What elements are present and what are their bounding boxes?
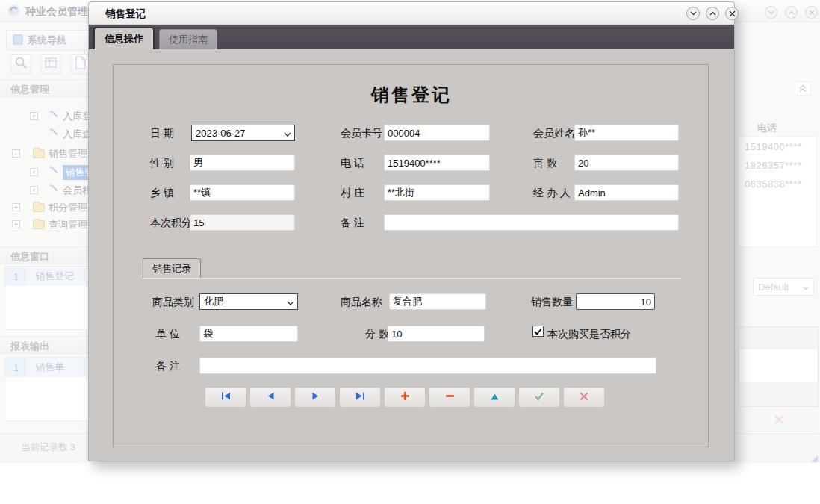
main-minimize-button[interactable] — [765, 6, 777, 19]
points-checkbox[interactable] — [532, 326, 544, 337]
nav-prior-button[interactable] — [249, 387, 291, 408]
record-remark-label: 备 注 — [156, 360, 180, 373]
folder-icon — [33, 220, 45, 229]
system-navigation-icon — [13, 34, 23, 47]
tree-toggle[interactable]: + — [12, 203, 20, 211]
chevron-down-icon — [287, 296, 294, 308]
village-input[interactable] — [384, 184, 490, 201]
list-item[interactable]: 1 销售登记 — [5, 267, 93, 286]
unit-input[interactable] — [199, 326, 298, 342]
panel-close-button[interactable] — [742, 409, 816, 432]
search-tool-button[interactable] — [10, 54, 31, 75]
tree-item-sales-management[interactable]: 销售管理 — [33, 146, 87, 162]
town-input[interactable] — [190, 184, 295, 201]
phone-list-item[interactable]: 1519400**** — [739, 137, 816, 156]
nav-edit-button[interactable] — [473, 387, 515, 408]
dialog-tabstrip: 信息操作 使用指南 — [89, 25, 734, 49]
nav-insert-button[interactable] — [384, 387, 426, 408]
phone-input[interactable] — [384, 155, 490, 171]
list-tool-button[interactable] — [40, 54, 61, 75]
phone-list: 1519400**** 1826357**** 0635838**** — [738, 137, 817, 247]
main-maximize-button[interactable] — [785, 6, 798, 19]
category-select[interactable]: 化肥 — [199, 293, 298, 310]
tab-sales-record[interactable]: 销售记录 — [143, 258, 201, 279]
nav-first-button[interactable] — [205, 387, 246, 408]
gender-input[interactable] — [190, 155, 295, 171]
nav-post-button[interactable] — [518, 387, 560, 408]
tree-toggle[interactable]: + — [30, 186, 38, 194]
tree-item-label: 查询管理 — [49, 218, 87, 231]
operator-input[interactable] — [574, 184, 679, 201]
phone-list-item[interactable]: 1826357**** — [739, 156, 816, 175]
tree-item-points-management[interactable]: 积分管理 — [33, 199, 87, 216]
list-item[interactable]: 1 销售单 — [5, 358, 93, 377]
nav-cancel-button[interactable] — [563, 387, 605, 408]
member-card-input[interactable] — [384, 125, 490, 141]
member-name-input[interactable] — [574, 125, 679, 141]
dialog-minimize-button[interactable] — [686, 7, 700, 20]
quantity-input[interactable] — [576, 293, 655, 310]
mu-area-input[interactable] — [574, 155, 679, 171]
tree-item-query-management[interactable]: 查询管理 — [33, 217, 87, 233]
folder-icon — [33, 149, 45, 158]
first-record-icon — [220, 391, 232, 403]
wand-icon — [49, 186, 59, 196]
resize-grip[interactable] — [811, 455, 818, 462]
points-input[interactable] — [190, 214, 295, 231]
nav-next-button[interactable] — [294, 387, 336, 408]
record-remark-input[interactable] — [199, 358, 656, 374]
folder-icon — [33, 203, 45, 212]
tree-item-label: 积分管理 — [49, 201, 87, 214]
remark-input[interactable] — [384, 214, 679, 231]
points-label: 本次积分 — [150, 217, 192, 230]
town-label: 乡 镇 — [150, 187, 174, 200]
nav-last-button[interactable] — [339, 387, 381, 408]
x-icon — [774, 414, 783, 427]
nav-delete-button[interactable] — [429, 387, 470, 408]
record-divider — [143, 278, 681, 279]
wand-icon — [49, 168, 59, 178]
date-select[interactable]: 2023-06-27 — [191, 125, 295, 141]
list-item-label: 销售单 — [28, 358, 93, 377]
tab-user-guide[interactable]: 使用指南 — [159, 29, 217, 49]
phone-list-item[interactable]: 0635838**** — [739, 175, 816, 193]
tab-system-navigation[interactable]: 系统导航 — [6, 30, 90, 51]
minus-icon — [445, 391, 455, 403]
report-output-list: 1 销售单 — [4, 357, 94, 421]
category-label: 商品类别 — [152, 296, 194, 309]
record-count-status: 当前记录数 3 — [21, 441, 75, 454]
section-info-windows: 信息窗口 — [0, 246, 97, 264]
file-icon — [75, 56, 87, 72]
list-item-label: 销售登记 — [28, 267, 93, 286]
tree-toggle[interactable]: - — [12, 149, 20, 158]
product-name-input[interactable] — [389, 293, 486, 310]
tree-item-member-points[interactable]: 会员积 — [49, 182, 92, 199]
collapse-panel-button[interactable] — [795, 81, 811, 96]
member-name-label: 会员姓名 — [533, 127, 575, 140]
tree-toggle[interactable]: + — [12, 220, 20, 228]
table-icon — [44, 56, 58, 72]
list-item-index: 1 — [5, 267, 28, 286]
tree-toggle[interactable]: + — [30, 168, 38, 176]
phone-label: 电 话 — [341, 157, 364, 170]
style-dropdown[interactable]: Default — [753, 278, 814, 296]
x-icon — [580, 392, 588, 403]
dialog-titlebar[interactable]: 销售登记 — [89, 2, 734, 25]
phone-column-header: 电话 — [757, 122, 777, 135]
date-select-value: 2023-06-27 — [196, 128, 246, 139]
section-report-output: 报表输出 — [0, 336, 97, 354]
dialog-maximize-button[interactable] — [706, 7, 719, 20]
tab-info-operation[interactable]: 信息操作 — [93, 27, 155, 49]
unit-label: 单 位 — [156, 328, 180, 341]
dialog-close-button[interactable] — [725, 7, 739, 20]
form-heading: 销售登记 — [89, 83, 734, 107]
wand-icon — [49, 112, 59, 122]
main-close-button[interactable] — [805, 6, 818, 19]
double-chevron-up-icon — [799, 82, 807, 96]
tree-toggle[interactable]: + — [30, 112, 38, 120]
member-card-label: 会员卡号 — [341, 127, 382, 140]
tree-item-stock-in-query[interactable]: 入库查 — [49, 126, 92, 143]
score-label: 分 数 — [365, 328, 389, 341]
score-input[interactable] — [388, 326, 485, 342]
tree-item-stock-in-register[interactable]: 入库登 — [49, 108, 92, 125]
